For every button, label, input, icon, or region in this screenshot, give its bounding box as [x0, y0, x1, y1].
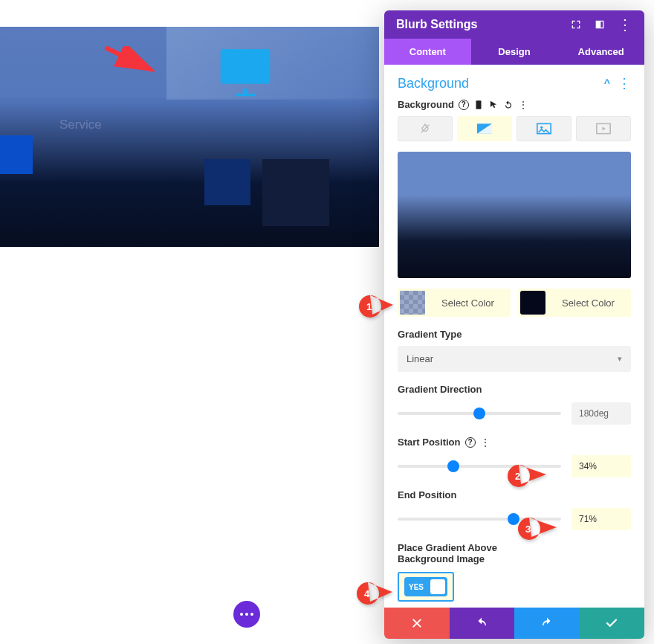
gradient-direction-slider[interactable]	[398, 406, 561, 421]
image-icon	[537, 123, 551, 135]
preview-square-blue	[0, 135, 33, 174]
video-icon	[596, 123, 611, 135]
place-above-group: Place Gradient Above Background Image YE…	[398, 542, 631, 602]
reset-icon[interactable]	[503, 100, 514, 110]
background-type-row	[398, 116, 631, 141]
blurb-settings-panel: Blurb Settings ⋮ Content Design Advanced…	[384, 10, 644, 639]
preview-service-text: Service	[59, 117, 102, 132]
help-icon[interactable]: ?	[465, 437, 476, 448]
panel-header: Blurb Settings ⋮	[384, 10, 644, 39]
place-above-label-1: Place Gradient Above	[398, 542, 631, 553]
background-type-image[interactable]	[517, 116, 572, 141]
end-position-value[interactable]: 71%	[572, 508, 631, 530]
svg-point-5	[540, 126, 543, 129]
gradient-color-2[interactable]: Select Color	[518, 289, 631, 317]
chevron-up-icon[interactable]: ^	[604, 77, 610, 89]
place-above-toggle[interactable]: YES	[404, 577, 447, 596]
color-swatch-1	[400, 291, 425, 315]
color-1-label: Select Color	[425, 297, 511, 309]
background-label-row: Background ? ⋮	[398, 99, 631, 110]
section-title: Background	[398, 76, 469, 91]
gradient-direction-value[interactable]: 180deg	[572, 402, 631, 425]
select-caret-icon: ▾	[618, 354, 622, 364]
module-preview: Service	[0, 27, 379, 247]
end-position-group: End Position 71%	[398, 489, 631, 530]
expand-icon[interactable]	[570, 19, 582, 30]
gradient-icon	[477, 123, 492, 135]
gradient-preview	[398, 152, 631, 278]
svg-rect-1	[476, 100, 481, 109]
hover-cursor-icon[interactable]	[488, 100, 499, 110]
gradient-type-value: Linear	[407, 353, 433, 364]
page-options-fab[interactable]	[233, 601, 260, 628]
tablet-icon[interactable]	[473, 100, 484, 110]
start-position-label: Start Position	[398, 437, 461, 448]
start-position-group: Start Position ? ⋮ 34%	[398, 437, 631, 477]
redo-icon	[540, 616, 554, 630]
background-label: Background	[398, 99, 454, 110]
place-above-label-2: Background Image	[398, 553, 631, 564]
redo-button[interactable]	[514, 608, 580, 639]
undo-button[interactable]	[450, 608, 515, 639]
panel-body: Background ^ ⋮ Background ? ⋮	[384, 65, 644, 608]
undo-icon	[475, 616, 488, 630]
color-2-label: Select Color	[545, 297, 631, 309]
help-icon[interactable]: ?	[459, 100, 469, 110]
preview-square-dark-2	[262, 159, 329, 226]
preview-square-dark-1	[204, 159, 250, 205]
section-menu-icon[interactable]: ⋮	[618, 75, 631, 91]
background-type-video[interactable]	[576, 116, 631, 141]
start-position-slider[interactable]	[398, 459, 561, 474]
gradient-type-select[interactable]: Linear ▾	[398, 346, 631, 372]
gradient-color-row: Select Color Select Color	[398, 289, 631, 317]
section-header[interactable]: Background ^ ⋮	[398, 65, 631, 97]
end-position-label: End Position	[398, 489, 631, 500]
save-button[interactable]	[580, 608, 645, 639]
close-icon	[411, 617, 423, 629]
gradient-direction-label: Gradient Direction	[398, 384, 631, 395]
panel-menu-icon[interactable]: ⋮	[618, 21, 632, 28]
tab-design[interactable]: Design	[471, 39, 558, 65]
panel-footer	[384, 608, 644, 639]
gradient-type-label: Gradient Type	[398, 329, 631, 340]
background-type-color[interactable]	[398, 116, 453, 141]
snap-right-icon[interactable]	[594, 19, 606, 30]
monitor-icon	[216, 42, 275, 104]
toggle-knob	[430, 579, 445, 594]
color-drop-icon	[418, 123, 433, 135]
tab-content[interactable]: Content	[384, 39, 471, 65]
gradient-color-1[interactable]: Select Color	[398, 289, 511, 317]
gradient-direction-group: Gradient Direction 180deg	[398, 384, 631, 425]
panel-tabs: Content Design Advanced	[384, 39, 644, 65]
color-swatch-2	[520, 291, 545, 315]
toggle-label: YES	[409, 583, 424, 591]
end-position-slider[interactable]	[398, 512, 561, 527]
field-menu-icon[interactable]: ⋮	[480, 437, 490, 448]
gradient-type-group: Gradient Type Linear ▾	[398, 329, 631, 372]
tab-advanced[interactable]: Advanced	[557, 39, 644, 65]
panel-title: Blurb Settings	[396, 18, 477, 31]
start-position-value[interactable]: 34%	[572, 455, 631, 477]
cancel-button[interactable]	[384, 608, 450, 639]
background-type-gradient[interactable]	[457, 116, 512, 141]
check-icon	[605, 616, 618, 630]
field-menu-icon[interactable]: ⋮	[518, 100, 528, 110]
panel-header-actions: ⋮	[570, 19, 632, 30]
